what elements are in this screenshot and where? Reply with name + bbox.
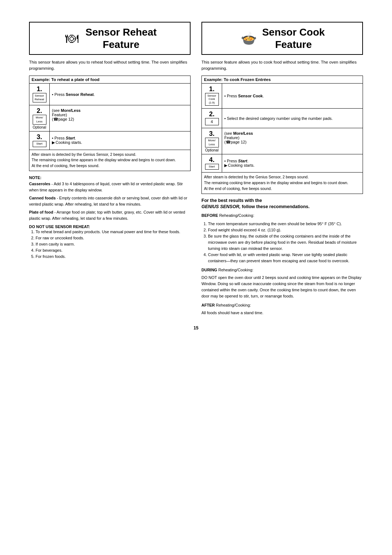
cook-step2-num: 2. (209, 110, 215, 118)
do-not-use-item-2: For raw or uncooked foods. (36, 235, 191, 241)
do-not-use-item-4: For beverages. (36, 247, 191, 254)
cook-step4-arrow (224, 163, 228, 167)
cook-step1-btn: SensorCook(1-9) (205, 93, 219, 106)
cook-step1-instruction: • Press Sensor Cook. (222, 83, 363, 108)
cook-step-4: 4. Start • Press Start. Cooking starts. (202, 154, 363, 173)
cook-step-2: 2. 4 • Select the desired category numbe… (202, 108, 363, 128)
reheat-example-title: Example: To reheat a plate of food (29, 76, 191, 83)
cook-step1-left: 1. SensorCook(1-9) (204, 85, 220, 106)
reheat-note-canned: Canned foods - Empty contents into casse… (29, 195, 191, 207)
before-item-1: The room temperature surrounding the ove… (208, 221, 363, 227)
cook-intro: This sensor feature allows you to cook f… (201, 59, 363, 72)
reheat-intro: This sensor feature allows you to reheat… (29, 59, 191, 72)
two-column-layout: 🍽 Sensor Reheat Feature This sensor feat… (29, 22, 363, 318)
reheat-title-line2: Feature (103, 39, 139, 50)
cook-step2-left: 2. 4 (204, 110, 220, 126)
page-number: 15 (29, 325, 363, 331)
reheat-step1-left: 1. SensorReheat (31, 85, 48, 104)
reheat-step1-num: 1. (37, 85, 42, 93)
cook-step4-instruction: • Press Start. Cooking starts. (222, 154, 363, 173)
reheat-notes: NOTE: Casseroles - Add 3 to 4 tablespoon… (29, 175, 191, 222)
do-not-use-list: To reheat bread and pastry products. Use… (29, 229, 191, 260)
do-not-use-section: DO NOT USE SENSOR REHEAT: To reheat brea… (29, 224, 191, 260)
cook-title-line2: Feature (275, 39, 312, 50)
cook-step3-num: 3. (209, 130, 215, 138)
before-item-3: Be sure the glass tray, the outside of t… (208, 233, 363, 252)
reheat-note-plate: Plate of food - Arrange food on plate; t… (29, 209, 191, 222)
reheat-step3-instruction: • Press Start. Cooking starts. (50, 131, 191, 150)
during-heading: DURING Reheating/Cooking: (201, 267, 363, 273)
cook-after-steam: After steam is detected by the Genius Se… (202, 173, 363, 194)
reheat-step-1: 1. SensorReheat • Press Sensor Reheat. (29, 83, 191, 105)
cook-step3-optional: Optional (205, 148, 219, 152)
reheat-step3-num: 3. (37, 133, 42, 141)
cook-step4-num: 4. (209, 156, 215, 164)
reheat-step2-left: 2. More/Less Optional (31, 107, 48, 129)
cook-icon: 🍲 (240, 31, 258, 46)
right-column: 🍲 Sensor Cook Feature This sensor featur… (201, 22, 363, 318)
cook-example-title: Example: To cook Frozen Entrées (202, 76, 363, 83)
reheat-title-line1: Sensor Reheat (85, 27, 156, 38)
before-item-4: Cover food with lid, or with vented plas… (208, 252, 363, 264)
reheat-title: Sensor Reheat Feature (85, 26, 156, 50)
reheat-step3-btn: Start (33, 141, 46, 147)
reheat-note-casseroles: Casseroles - Add 3 to 4 tablespoons of l… (29, 181, 191, 193)
during-text: DO NOT open the oven door until 2 beeps … (201, 275, 363, 299)
cook-step-1: 1. SensorCook(1-9) • Press Sensor Cook. (202, 83, 363, 108)
reheat-after-steam: After steam is detected by the Genius Se… (29, 150, 191, 171)
cook-step2-btn: 4 (205, 118, 219, 125)
before-heading: BEFORE Reheating/Cooking: (201, 212, 363, 219)
cook-step2-instruction: • Select the desired category number usi… (222, 108, 363, 128)
do-not-use-label: DO NOT USE SENSOR REHEAT: (29, 224, 191, 229)
right-recommendations: For the best results with the GENIUS SEN… (201, 198, 363, 316)
after-text: All foods should have a stand time. (201, 310, 363, 316)
cook-step3-instruction: (see More/LessFeature)(☎page 12) (222, 128, 363, 154)
reheat-header: 🍽 Sensor Reheat Feature (29, 22, 191, 55)
cook-title: Sensor Cook Feature (262, 26, 325, 50)
reheat-step3-arrow (52, 140, 56, 145)
do-not-use-item-1: To reheat bread and pastry products. Use… (36, 229, 191, 235)
cook-after-steam-row: After steam is detected by the Genius Se… (202, 173, 363, 194)
reheat-step1-instruction: • Press Sensor Reheat. (50, 83, 191, 105)
best-results-heading: For the best results with the GENIUS SEN… (201, 198, 363, 210)
cook-step3-btn: More/Less (205, 138, 219, 147)
reheat-example-table: Example: To reheat a plate of food 1. Se… (29, 76, 191, 171)
cook-step1-num: 1. (209, 85, 215, 93)
left-column: 🍽 Sensor Reheat Feature This sensor feat… (29, 22, 191, 318)
before-item-2: Food weight should exceed 4 oz. (110 g). (208, 227, 363, 233)
reheat-step2-optional: Optional (33, 125, 46, 129)
cook-step4-btn: Start (205, 164, 219, 170)
cook-header: 🍲 Sensor Cook Feature (201, 22, 363, 55)
cook-title-line1: Sensor Cook (262, 27, 325, 38)
reheat-step1-btn: SensorReheat (33, 93, 46, 103)
reheat-step2-btn: More/Less (33, 115, 46, 125)
reheat-step3-left: 3. Start (31, 133, 48, 147)
do-not-use-item-3: If oven cavity is warm. (36, 241, 191, 247)
cook-step3-left: 3. More/Less Optional (204, 130, 220, 152)
reheat-step-2: 2. More/Less Optional (see More/LessFeat… (29, 105, 191, 131)
do-not-use-item-5: For frozen foods. (36, 254, 191, 260)
reheat-step1-cell: 1. SensorReheat (31, 85, 48, 104)
cook-step-3: 3. More/Less Optional (see More/LessFeat… (202, 128, 363, 154)
reheat-after-steam-row: After steam is detected by the Genius Se… (29, 150, 191, 171)
reheat-step2-instruction: (see More/LessFeature)(☎page 12) (50, 105, 191, 131)
reheat-note-label: NOTE: (29, 175, 41, 180)
cook-step4-left: 4. Start (204, 156, 220, 170)
before-list: The room temperature surrounding the ove… (201, 221, 363, 264)
reheat-step2-num: 2. (37, 107, 42, 115)
reheat-step-3: 3. Start • Press Start. Cooking starts. (29, 131, 191, 150)
cook-example-table: Example: To cook Frozen Entrées 1. Senso… (201, 76, 363, 194)
after-heading: AFTER Reheating/Cooking: (201, 302, 363, 308)
page-content: 🍽 Sensor Reheat Feature This sensor feat… (29, 22, 363, 331)
reheat-icon: 🍽 (63, 31, 81, 46)
